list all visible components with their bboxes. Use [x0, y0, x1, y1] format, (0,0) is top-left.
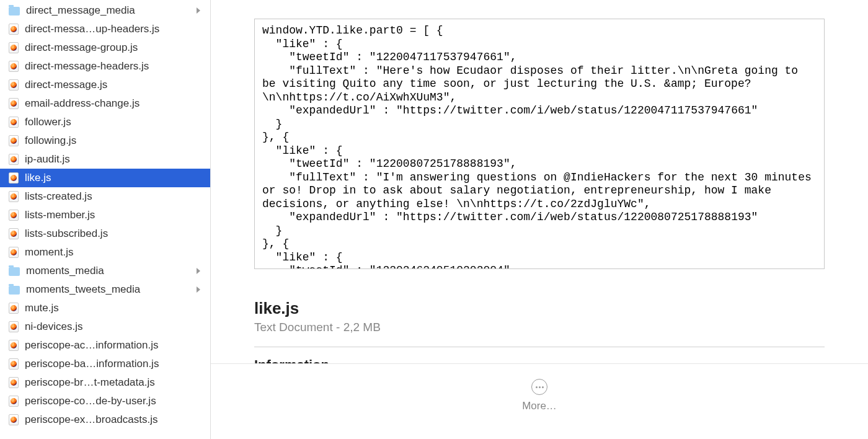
file-row-label: lists-created.js	[25, 190, 204, 203]
file-row-label: direct-messa…up-headers.js	[25, 23, 204, 35]
file-row-label: moments_media	[26, 265, 197, 277]
file-row[interactable]: periscope-ba…information.js	[0, 355, 210, 373]
js-file-icon	[9, 61, 19, 72]
file-preview-code: window.YTD.like.part0 = [ { "like" : { "…	[262, 24, 817, 269]
js-file-icon	[9, 135, 19, 146]
preview-size: 2,2 MB	[343, 321, 381, 334]
file-row[interactable]: lists-created.js	[0, 187, 210, 206]
chevron-right-icon	[197, 7, 200, 14]
file-row-label: following.js	[25, 135, 204, 147]
file-row[interactable]: direct-message.js	[0, 76, 210, 94]
folder-icon	[9, 267, 20, 276]
preview-kind: Text Document	[254, 321, 333, 334]
folder-icon	[9, 286, 20, 295]
file-row[interactable]: direct-message-headers.js	[0, 57, 210, 76]
file-row[interactable]: lists-member.js	[0, 206, 210, 224]
js-file-icon	[9, 321, 19, 332]
file-row-label: like.js	[25, 172, 204, 184]
file-row-label: direct_message_media	[26, 4, 197, 17]
preview-subline: Text Document - 2,2 MB	[254, 321, 825, 334]
js-file-icon	[9, 340, 19, 351]
file-row-label: ip-audit.js	[25, 153, 204, 166]
js-file-icon	[9, 42, 19, 53]
file-row-label: periscope-ba…information.js	[25, 358, 204, 370]
file-row[interactable]: moments_media	[0, 262, 210, 280]
preview-filename: like.js	[254, 299, 825, 318]
more-label: More…	[522, 400, 557, 412]
file-row[interactable]: like.js	[0, 169, 210, 187]
js-file-icon	[9, 154, 19, 165]
file-row[interactable]: direct-messa…up-headers.js	[0, 20, 210, 38]
js-file-icon	[9, 24, 19, 35]
file-row-label: direct-message-group.js	[25, 42, 204, 54]
js-file-icon	[9, 210, 19, 221]
js-file-icon	[9, 228, 19, 239]
js-file-icon	[9, 191, 19, 202]
file-row-label: periscope-ex…broadcasts.js	[25, 414, 204, 426]
file-row-label: ni-devices.js	[25, 321, 204, 333]
file-row[interactable]: email-address-change.js	[0, 94, 210, 113]
file-row[interactable]: periscope-ex…broadcasts.js	[0, 410, 210, 429]
file-row[interactable]: periscope-ac…information.js	[0, 336, 210, 355]
file-row-label: lists-subscribed.js	[25, 228, 204, 240]
file-row[interactable]: mute.js	[0, 299, 210, 317]
file-row[interactable]: follower.js	[0, 113, 210, 131]
file-row-label: moments_tweets_media	[26, 283, 197, 296]
js-file-icon	[9, 377, 19, 388]
file-row[interactable]: moments_tweets_media	[0, 280, 210, 299]
js-file-icon	[9, 414, 19, 425]
file-row-label: direct-message.js	[25, 79, 204, 91]
footer-bar: More…	[211, 363, 868, 439]
file-row[interactable]: following.js	[0, 131, 210, 150]
divider	[254, 347, 825, 347]
js-file-icon	[9, 358, 19, 370]
file-row-label: mute.js	[25, 302, 204, 314]
js-file-icon	[9, 172, 19, 184]
file-row-label: periscope-ac…information.js	[25, 339, 204, 352]
file-preview-box: window.YTD.like.part0 = [ { "like" : { "…	[254, 19, 825, 269]
more-button[interactable]	[531, 379, 547, 395]
file-row-label: follower.js	[25, 116, 204, 128]
js-file-icon	[9, 98, 19, 109]
finder-window: direct_message_mediadirect-messa…up-head…	[0, 0, 868, 439]
file-row-label: periscope-co…de-by-user.js	[25, 395, 204, 407]
file-row-label: moment.js	[25, 246, 204, 259]
folder-icon	[9, 7, 20, 16]
file-row[interactable]: ni-devices.js	[0, 317, 210, 336]
chevron-right-icon	[197, 268, 200, 274]
file-row-label: direct-message-headers.js	[25, 60, 204, 73]
file-list-sidebar: direct_message_mediadirect-messa…up-head…	[0, 0, 211, 439]
file-row-label: periscope-br…t-metadata.js	[25, 376, 204, 389]
file-row[interactable]: lists-subscribed.js	[0, 224, 210, 243]
file-row[interactable]: direct_message_media	[0, 1, 210, 20]
js-file-icon	[9, 303, 19, 314]
file-row-label: email-address-change.js	[25, 97, 204, 110]
js-file-icon	[9, 247, 19, 258]
file-row-label: lists-member.js	[25, 209, 204, 221]
file-row[interactable]: periscope-br…t-metadata.js	[0, 373, 210, 392]
file-row[interactable]: direct-message-group.js	[0, 38, 210, 57]
chevron-right-icon	[197, 286, 200, 293]
file-row[interactable]: ip-audit.js	[0, 150, 210, 169]
file-row[interactable]: periscope-co…de-by-user.js	[0, 392, 210, 410]
js-file-icon	[9, 396, 19, 407]
file-row[interactable]: moment.js	[0, 243, 210, 262]
js-file-icon	[9, 117, 19, 128]
js-file-icon	[9, 79, 19, 91]
